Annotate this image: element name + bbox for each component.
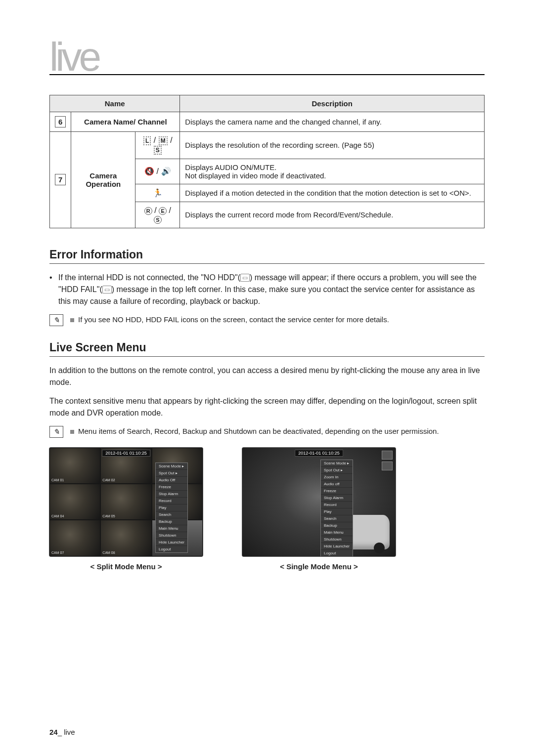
row7-desc1: Displays AUDIO ON/MUTE. Not displayed in… (180, 159, 485, 184)
timestamp-bar: 2012-01-01 01:10:25 (102, 450, 150, 457)
error-heading: Error Information (49, 248, 485, 264)
menu-item[interactable]: Shutdown (321, 536, 353, 543)
page-title: live (49, 40, 485, 75)
menu-item[interactable]: Record (321, 502, 353, 508)
single-caption: < Single Mode Menu > (280, 562, 358, 571)
menu-item[interactable]: Search (156, 511, 187, 518)
menu-item[interactable]: Spot Out ▸ (156, 470, 187, 477)
menu-item[interactable]: Scene Mode ▸ (321, 460, 353, 467)
context-menu-split[interactable]: Scene Mode ▸ Spot Out ▸ Audio Off Freeze… (155, 462, 188, 553)
row6-name: Camera Name/ Channel (71, 112, 180, 131)
top-icons (382, 451, 393, 470)
menu-item[interactable]: Record (156, 498, 187, 504)
single-mode-screenshot: 2012-01-01 01:10:25 Scene Mode ▸ Spot Ou… (242, 448, 396, 556)
menu-item[interactable]: Search (321, 515, 353, 522)
menu-item[interactable]: Play (156, 504, 187, 511)
menu-item[interactable]: Freeze (321, 488, 353, 495)
menu-item[interactable]: Audio off (321, 481, 353, 488)
resolution-icon: L / M / S (135, 131, 180, 159)
error-bullet: If the internal HDD is not connected, th… (49, 272, 485, 307)
note-icon: ✎ (49, 314, 63, 326)
menu-item[interactable]: Hide Launcher (321, 543, 353, 550)
split-caption: < Split Mode Menu > (90, 562, 162, 571)
note-icon: ✎ (49, 426, 63, 438)
split-mode-column: CAM 01 CAM 02 CAM 04 CAM 05 CAM 07 CAM 0… (49, 448, 203, 571)
row7-desc0: Displays the resolution of the recording… (180, 131, 485, 159)
error-note-text: If you see NO HDD, HDD FAIL icons on the… (70, 314, 389, 326)
record-mode-icon: R / E / S (135, 202, 180, 228)
menu-item[interactable]: Main Menu (321, 529, 353, 536)
menu-item[interactable]: Shutdown (156, 532, 187, 539)
menu-item[interactable]: Stop Alarm (156, 491, 187, 498)
audio-icon: 🔇 / 🔊 (135, 159, 180, 184)
menu-item[interactable]: Stop Alarm (321, 495, 353, 502)
row7-num: 7 (50, 131, 71, 228)
error-note: ✎ If you see NO HDD, HDD FAIL icons on t… (49, 314, 485, 326)
menu-item[interactable]: Backup (156, 518, 187, 525)
menu-item[interactable]: Zoom In (321, 474, 353, 481)
context-menu-single[interactable]: Scene Mode ▸ Spot Out ▸ Zoom In Audio of… (320, 460, 353, 556)
th-description: Description (180, 95, 485, 112)
menu-item[interactable]: Scene Mode ▸ (156, 463, 187, 470)
live-menu-p2: The context sensitive menu that appears … (49, 395, 485, 419)
live-menu-p1: In addition to the buttons on the remote… (49, 365, 485, 388)
menu-item[interactable]: Logout (156, 546, 187, 552)
split-mode-screenshot: CAM 01 CAM 02 CAM 04 CAM 05 CAM 07 CAM 0… (49, 448, 203, 556)
row6-desc: Displays the camera name and the changed… (180, 112, 485, 131)
menu-item[interactable]: Audio Off (156, 477, 187, 484)
th-name: Name (50, 95, 180, 112)
menu-item[interactable]: Freeze (156, 484, 187, 491)
menu-item[interactable]: Logout (321, 550, 353, 556)
live-menu-note-text: Menu items of Search, Record, Backup and… (70, 426, 439, 437)
spec-table: Name Description 6 Camera Name/ Channel … (49, 95, 485, 228)
row7-desc3: Displays the current record mode from Re… (180, 202, 485, 228)
row7-name: Camera Operation (71, 131, 135, 228)
page-footer: 24_ live (49, 728, 75, 736)
menu-item[interactable]: Play (321, 508, 353, 515)
menu-item[interactable]: Main Menu (156, 525, 187, 532)
row7-desc2: Displayed if a motion detected in the co… (180, 184, 485, 202)
menu-item[interactable]: Hide Launcher (156, 539, 187, 546)
menu-item[interactable]: Spot Out ▸ (321, 467, 353, 474)
live-menu-note: ✎ Menu items of Search, Record, Backup a… (49, 426, 485, 438)
motion-icon: 🏃 (135, 184, 180, 202)
hdd-fail-icon: ▭ (102, 286, 112, 294)
live-menu-heading: Live Screen Menu (49, 341, 485, 357)
menu-item[interactable]: Backup (321, 522, 353, 529)
timestamp-bar: 2012-01-01 01:10:25 (295, 450, 343, 457)
row6-num: 6 (50, 112, 71, 131)
single-mode-column: 2012-01-01 01:10:25 Scene Mode ▸ Spot Ou… (242, 448, 396, 571)
no-hdd-icon: ▭ (240, 274, 250, 282)
